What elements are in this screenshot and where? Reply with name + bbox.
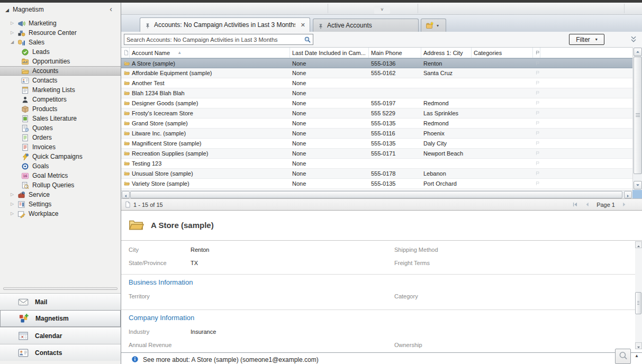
column-header-last-date[interactable]: Last Date Included in Cam... xyxy=(290,48,369,58)
sidebar-item[interactable]: Marketing Lists xyxy=(0,85,121,95)
grid-row[interactable]: Affordable Equipment (sample) None 555-0… xyxy=(121,68,632,78)
next-page-icon[interactable] xyxy=(621,201,628,208)
sidebar-item[interactable]: Rollup Queries xyxy=(0,180,121,190)
sales-icon xyxy=(17,39,25,47)
zoom-preview-button[interactable] xyxy=(615,349,631,364)
scroll-up-button[interactable] xyxy=(634,48,642,56)
splitter-grip[interactable] xyxy=(3,287,117,290)
ribbon-expand-button[interactable]: ˅ xyxy=(374,6,390,14)
preview-scrollbar[interactable] xyxy=(635,241,642,349)
follow-flag-icon[interactable] xyxy=(533,120,540,126)
scroll-top-icon[interactable]: ▲ xyxy=(635,353,639,358)
scrollbar-thumb[interactable] xyxy=(634,57,642,174)
follow-flag-icon[interactable] xyxy=(533,79,540,86)
column-header-account-name[interactable]: Account Name▲ xyxy=(130,48,290,58)
tab-accounts-no-campaign-activities[interactable]: Accounts: No Campaign Activities in Last… xyxy=(140,17,310,32)
grid-row[interactable]: Unusual Store (sample) None 555-0178 Leb… xyxy=(121,169,632,179)
tab-close-icon[interactable]: ✕ xyxy=(301,22,305,29)
grid-row[interactable]: Variety Store (sample) None 555-0135 Por… xyxy=(121,179,632,189)
nav-button[interactable]: Mail xyxy=(0,293,121,310)
address-fields: City Renton Shipping Method State/Provin… xyxy=(121,241,642,269)
grid-row[interactable]: Blah 1234 Blah Blah None xyxy=(121,88,632,98)
sidebar-item[interactable]: ▷ Workplace xyxy=(0,209,121,219)
sidebar-item[interactable]: ▷ Settings xyxy=(0,199,121,209)
column-header-categories[interactable]: Categories xyxy=(472,48,533,58)
expander-icon[interactable]: ◢ xyxy=(11,38,17,47)
expand-pane-chevrons[interactable] xyxy=(629,35,638,43)
previous-page-icon[interactable] xyxy=(584,201,591,208)
sidebar-item[interactable]: ▷ Resource Center xyxy=(0,28,121,38)
sidebar-item-label: Settings xyxy=(29,199,51,209)
follow-flag-icon[interactable] xyxy=(533,60,540,67)
sidebar-item[interactable]: ◢ Sales xyxy=(0,38,121,47)
nav-button[interactable]: Contacts xyxy=(0,344,121,361)
scroll-down-button[interactable] xyxy=(634,181,642,189)
nav-button[interactable]: Magnetism xyxy=(0,310,121,327)
follow-flag-icon[interactable] xyxy=(533,180,540,187)
follow-flag-icon[interactable] xyxy=(533,110,540,116)
follow-flag-icon[interactable] xyxy=(533,69,540,76)
grid-row[interactable]: Grand Store (sample) None 555-0135 Redmo… xyxy=(121,119,632,129)
grid-row[interactable]: Magnificent Store (sample) None 555-0135… xyxy=(121,139,632,149)
expander-icon[interactable]: ▷ xyxy=(11,19,17,28)
scroll-right-button[interactable] xyxy=(624,191,632,198)
grid-row[interactable]: Another Test None xyxy=(121,78,632,88)
flag-column-header[interactable] xyxy=(533,48,540,58)
follow-flag-icon[interactable] xyxy=(533,170,540,177)
expander-icon[interactable]: ▷ xyxy=(11,28,17,38)
scroll-left-button[interactable] xyxy=(122,191,130,198)
column-header-main-phone[interactable]: Main Phone xyxy=(369,48,421,58)
new-view-tab[interactable]: ▾ xyxy=(421,19,446,32)
scroll-up-button[interactable] xyxy=(635,241,642,248)
follow-flag-icon[interactable] xyxy=(533,89,540,96)
grid-vertical-scrollbar[interactable] xyxy=(632,47,642,190)
follow-flag-icon[interactable] xyxy=(533,150,540,157)
cell-account-name: Variety Store (sample) xyxy=(130,179,290,188)
expander-icon[interactable]: ▷ xyxy=(11,209,17,219)
see-more-link[interactable]: See more about: A Store (sample) (someon… xyxy=(143,356,319,364)
grid-row[interactable]: A Store (sample) None 555-0136 Renton xyxy=(121,58,632,68)
sidebar-item[interactable]: Contacts xyxy=(0,76,121,85)
search-input[interactable] xyxy=(124,37,304,43)
follow-flag-icon[interactable] xyxy=(533,99,540,106)
grid-row[interactable]: Recreation Supplies (sample) None 555-01… xyxy=(121,149,632,159)
expander-icon[interactable]: ▷ xyxy=(11,190,17,199)
sidebar-item[interactable]: ▷ Service xyxy=(0,190,121,199)
scrollbar-thumb[interactable] xyxy=(635,292,641,314)
grid-row[interactable]: Testing 123 None xyxy=(121,159,632,169)
sidebar-item[interactable]: Sales Literature xyxy=(0,114,121,123)
sidebar-item[interactable]: Competitors xyxy=(0,95,121,104)
grid-row[interactable]: Litware Inc. (sample) None 555-0116 Phoe… xyxy=(121,129,632,139)
tab-active-accounts[interactable]: Active Accounts xyxy=(313,19,419,32)
grid-horizontal-scrollbar[interactable] xyxy=(121,190,632,198)
sidebar-item[interactable]: ▷ Marketing xyxy=(0,19,121,28)
sidebar-item[interactable]: Invoices xyxy=(0,142,121,152)
sidebar-item[interactable]: Leads xyxy=(0,47,121,57)
scroll-down-button[interactable] xyxy=(635,342,642,349)
nav-root-magnetism[interactable]: Magnetism xyxy=(13,6,44,13)
search-icon[interactable] xyxy=(304,36,311,43)
follow-flag-icon[interactable] xyxy=(533,130,540,136)
record-type-column-header[interactable] xyxy=(121,48,130,58)
follow-flag-icon[interactable] xyxy=(533,160,540,167)
sidebar-item[interactable]: Products xyxy=(0,104,121,114)
expander-icon[interactable]: ▷ xyxy=(11,199,17,209)
sidebar-item[interactable]: Opportunities xyxy=(0,57,121,66)
collapse-pane-icon[interactable]: ‹ xyxy=(110,5,112,13)
grid-row[interactable]: Frosty's Icecream Store None 555 5229 La… xyxy=(121,108,632,119)
sidebar-item[interactable]: Orders xyxy=(0,133,121,142)
sidebar-item-label: Goal Metrics xyxy=(32,171,68,180)
column-header-address-city[interactable]: Address 1: City xyxy=(421,48,472,58)
sidebar-item[interactable]: 16 Goal Metrics xyxy=(0,171,121,180)
nav-button[interactable]: Calendar xyxy=(0,327,121,344)
scrollbar-thumb[interactable] xyxy=(130,191,622,198)
filter-button[interactable]: Filter ▾ xyxy=(569,34,604,45)
root-expander-icon[interactable]: ◢ xyxy=(5,7,13,13)
follow-flag-icon[interactable] xyxy=(533,140,540,147)
sidebar-item[interactable]: Goals xyxy=(0,161,121,171)
first-page-icon[interactable] xyxy=(572,201,578,208)
sidebar-item[interactable]: Accounts xyxy=(0,66,121,76)
grid-row[interactable]: Designer Goods (sample) None 555-0197 Re… xyxy=(121,98,632,108)
sidebar-item[interactable]: Quotes xyxy=(0,123,121,133)
sidebar-item[interactable]: Quick Campaigns xyxy=(0,152,121,161)
